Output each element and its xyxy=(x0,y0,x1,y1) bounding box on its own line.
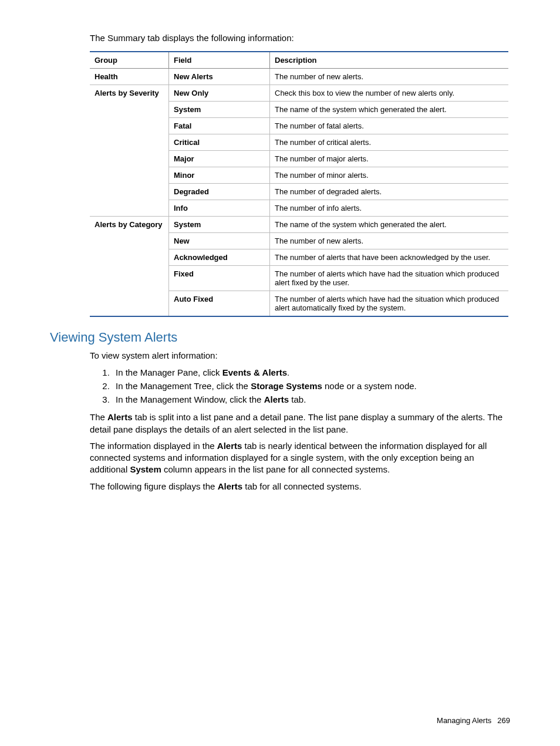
col-group: Group xyxy=(90,52,169,69)
group-cell xyxy=(90,102,169,118)
para-3: The following figure displays the Alerts… xyxy=(90,481,510,492)
group-cell xyxy=(90,184,169,200)
step-3: In the Management Window, click the Aler… xyxy=(112,393,510,406)
group-cell: Alerts by Category xyxy=(90,217,169,233)
field-cell: Minor xyxy=(169,167,270,184)
p1-bold: Alerts xyxy=(107,412,133,422)
group-cell xyxy=(90,233,169,249)
table-row: FatalThe number of fatal alerts. xyxy=(90,118,508,134)
description-cell: The name of the system which generated t… xyxy=(270,217,509,233)
field-cell: Degraded xyxy=(169,184,270,200)
field-cell: Fixed xyxy=(169,266,270,291)
description-cell: The number of new alerts. xyxy=(270,69,509,85)
field-cell: Acknowledged xyxy=(169,249,270,266)
para-1: The Alerts tab is split into a list pane… xyxy=(90,411,510,436)
field-cell: Major xyxy=(169,151,270,167)
step-1-c: . xyxy=(287,367,289,377)
step-1-bold: Events & Alerts xyxy=(222,367,287,377)
description-cell: The number of minor alerts. xyxy=(270,167,509,184)
steps-list: In the Manager Pane, click Events & Aler… xyxy=(90,366,510,406)
p1-a: The xyxy=(90,412,107,422)
p2-e: column appears in the list pane for all … xyxy=(161,464,390,474)
description-cell: The number of critical alerts. xyxy=(270,134,509,151)
group-cell xyxy=(90,167,169,184)
step-2-a: In the Management Tree, click the xyxy=(116,381,251,391)
table-row: CriticalThe number of critical alerts. xyxy=(90,134,508,151)
step-3-a: In the Management Window, click the xyxy=(116,394,264,404)
description-cell: The number of fatal alerts. xyxy=(270,118,509,134)
group-cell xyxy=(90,249,169,266)
step-2: In the Management Tree, click the Storag… xyxy=(112,380,510,392)
description-cell: The number of major alerts. xyxy=(270,151,509,167)
page-footer: Managing Alerts269 xyxy=(437,716,510,725)
group-cell: Health xyxy=(90,69,169,85)
field-cell: New Alerts xyxy=(169,69,270,85)
step-3-c: tab. xyxy=(289,394,306,404)
field-cell: Info xyxy=(169,200,270,217)
step-2-c: node or a system node. xyxy=(322,381,417,391)
para-2: The information displayed in the Alerts … xyxy=(90,440,510,476)
table-row: InfoThe number of info alerts. xyxy=(90,200,508,217)
group-cell xyxy=(90,118,169,134)
summary-table: Group Field Description HealthNew Alerts… xyxy=(90,51,508,317)
page: The Summary tab displays the following i… xyxy=(0,0,560,746)
table-row: AcknowledgedThe number of alerts that ha… xyxy=(90,249,508,266)
step-1: In the Manager Pane, click Events & Aler… xyxy=(112,366,510,379)
description-cell: The number of alerts which have had the … xyxy=(270,266,509,291)
section-body: To view system alert information: In the… xyxy=(90,350,510,492)
table-row: Alerts by SeverityNew OnlyCheck this box… xyxy=(90,85,508,102)
lead-text: To view system alert information: xyxy=(90,350,510,362)
table-row: Alerts by CategorySystemThe name of the … xyxy=(90,217,508,233)
table-row: NewThe number of new alerts. xyxy=(90,233,508,249)
description-cell: The number of new alerts. xyxy=(270,233,509,249)
field-cell: Critical xyxy=(169,134,270,151)
group-cell xyxy=(90,266,169,291)
intro-text: The Summary tab displays the following i… xyxy=(90,33,510,43)
footer-label: Managing Alerts xyxy=(437,716,491,725)
col-description: Description xyxy=(270,52,509,69)
table-row: FixedThe number of alerts which have had… xyxy=(90,266,508,291)
field-cell: New xyxy=(169,233,270,249)
table-row: Auto FixedThe number of alerts which hav… xyxy=(90,291,508,317)
field-cell: System xyxy=(169,217,270,233)
description-cell: The number of degraded alerts. xyxy=(270,184,509,200)
p2-a: The information displayed in the xyxy=(90,441,217,451)
description-cell: Check this box to view the number of new… xyxy=(270,85,509,102)
p2-bold-2: System xyxy=(130,464,161,474)
field-cell: System xyxy=(169,102,270,118)
table-row: DegradedThe number of degraded alerts. xyxy=(90,184,508,200)
description-cell: The number of alerts that have been ackn… xyxy=(270,249,509,266)
p2-bold-1: Alerts xyxy=(217,441,242,451)
description-cell: The number of info alerts. xyxy=(270,200,509,217)
table-header-row: Group Field Description xyxy=(90,52,508,69)
group-cell xyxy=(90,291,169,317)
col-field: Field xyxy=(169,52,270,69)
field-cell: Fatal xyxy=(169,118,270,134)
group-cell xyxy=(90,200,169,217)
p3-a: The following figure displays the xyxy=(90,481,218,491)
table-row: MajorThe number of major alerts. xyxy=(90,151,508,167)
field-cell: New Only xyxy=(169,85,270,102)
group-cell xyxy=(90,151,169,167)
table-row: MinorThe number of minor alerts. xyxy=(90,167,508,184)
p3-c: tab for all connected systems. xyxy=(242,481,362,491)
description-cell: The name of the system which generated t… xyxy=(270,102,509,118)
footer-page-number: 269 xyxy=(497,716,510,725)
table-row: HealthNew AlertsThe number of new alerts… xyxy=(90,69,508,85)
step-3-bold: Alerts xyxy=(264,394,289,404)
p1-c: tab is split into a list pane and a deta… xyxy=(90,412,502,434)
table-row: SystemThe name of the system which gener… xyxy=(90,102,508,118)
group-cell xyxy=(90,134,169,151)
field-cell: Auto Fixed xyxy=(169,291,270,317)
description-cell: The number of alerts which have had the … xyxy=(270,291,509,317)
step-1-a: In the Manager Pane, click xyxy=(116,367,222,377)
p3-bold: Alerts xyxy=(218,481,243,491)
step-2-bold: Storage Systems xyxy=(251,381,322,391)
section-heading: Viewing System Alerts xyxy=(50,330,510,345)
group-cell: Alerts by Severity xyxy=(90,85,169,102)
